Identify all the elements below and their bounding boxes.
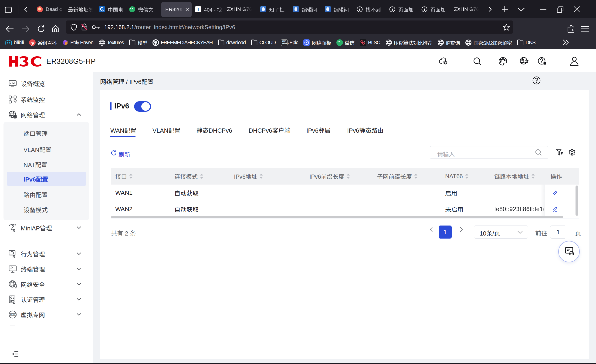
svg-text:VPN: VPN (10, 313, 15, 316)
